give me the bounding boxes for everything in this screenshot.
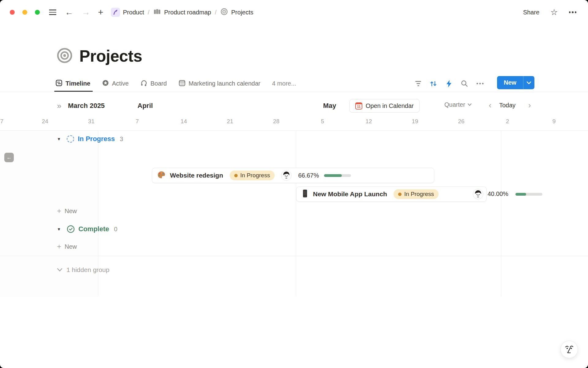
zoom-window-button[interactable] <box>35 10 40 15</box>
date-tick: 7 <box>130 118 144 125</box>
plus-icon: + <box>57 243 61 250</box>
search-icon[interactable] <box>461 80 468 87</box>
book-icon <box>153 8 161 17</box>
zoom-level-value: Quarter <box>444 101 465 108</box>
date-tick: 28 <box>270 118 283 125</box>
progress-bar <box>515 193 542 196</box>
status-badge: In Progress <box>230 171 275 180</box>
prev-period-chevron-icon[interactable]: ‹ <box>489 101 492 110</box>
page-title[interactable]: Projects <box>79 47 142 65</box>
date-tick: 31 <box>85 118 98 125</box>
open-in-calendar-button[interactable]: 11 Open in Calendar <box>349 99 420 113</box>
date-tick: 19 <box>408 118 422 125</box>
timeline-item-new-mobile-app-launch[interactable]: New Mobile App Launch In Progress <box>296 186 487 202</box>
calendar-red-icon: 11 <box>355 102 362 109</box>
scroll-left-button[interactable]: ← <box>4 153 14 162</box>
tab-board[interactable]: Board <box>140 75 167 92</box>
status-label: In Progress <box>240 172 270 179</box>
forward-arrow-icon[interactable]: → <box>82 8 90 17</box>
sort-icon[interactable] <box>429 80 437 88</box>
chevron-down-icon <box>57 268 62 272</box>
item-title: Website redesign <box>170 172 223 179</box>
month-gridline <box>501 131 501 297</box>
date-tick: 2 <box>501 118 514 125</box>
tabs-divider <box>0 92 588 92</box>
collapse-triangle-icon[interactable]: ▼ <box>57 137 64 141</box>
date-tick: 21 <box>223 118 237 125</box>
breadcrumb-label: Product <box>123 9 144 16</box>
board-cycle-icon <box>140 79 147 88</box>
sidebar-toggle-icon[interactable] <box>49 10 56 15</box>
group-header-in-progress[interactable]: ▼ In Progress 3 <box>57 135 123 143</box>
hidden-group-label: 1 hidden group <box>66 266 109 274</box>
month-label-march: March 2025 <box>68 102 105 110</box>
filter-icon[interactable] <box>415 81 421 86</box>
item-title: New Mobile App Launch <box>313 190 387 198</box>
new-page-icon[interactable]: + <box>98 8 104 17</box>
new-button[interactable]: New <box>497 76 534 89</box>
close-window-button[interactable] <box>10 10 15 15</box>
assignee-avatar <box>473 189 483 199</box>
next-period-chevron-icon[interactable]: › <box>528 101 531 110</box>
collapse-triangle-icon[interactable]: ▼ <box>57 227 64 232</box>
more-options-icon[interactable] <box>569 11 577 13</box>
tab-timeline[interactable]: Timeline <box>55 75 90 92</box>
breadcrumb-separator: / <box>148 9 149 16</box>
notion-ai-face-button[interactable] <box>560 341 578 358</box>
breadcrumb-product[interactable]: Product <box>111 8 144 17</box>
star-circle-icon <box>102 79 109 88</box>
breadcrumb-projects[interactable]: Projects <box>220 8 253 17</box>
top-bar: ← → + Product / Product roadmap / <box>0 0 588 25</box>
tab-label: 4 more... <box>272 80 296 87</box>
target-bullseye-icon[interactable] <box>57 48 73 65</box>
add-new-label: New <box>65 208 77 215</box>
month-label-may: May <box>323 102 336 110</box>
minimize-window-button[interactable] <box>22 10 27 15</box>
tab-marketing-launch-calendar[interactable]: Marketing launch calendar <box>179 75 261 92</box>
section-divider <box>0 256 588 256</box>
group-name: Complete <box>78 225 109 233</box>
zoom-level-select[interactable]: Quarter <box>444 101 472 108</box>
group-count: 3 <box>120 136 123 143</box>
chevron-down-icon <box>468 103 472 106</box>
expand-past-months-icon[interactable]: » <box>57 101 61 111</box>
status-badge: In Progress <box>394 189 439 199</box>
back-arrow-icon[interactable]: ← <box>65 8 73 17</box>
date-tick: 26 <box>454 118 468 125</box>
lightning-icon[interactable] <box>446 80 452 88</box>
date-tick: 14 <box>177 118 190 125</box>
timeline-item-website-redesign[interactable]: Website redesign In Progress 66.67% <box>152 168 434 183</box>
favorite-star-icon[interactable]: ☆ <box>550 8 558 17</box>
tab-active[interactable]: Active <box>102 75 129 92</box>
top-bar-actions: Share ☆ <box>523 8 588 17</box>
new-button-label: New <box>497 79 523 86</box>
open-in-calendar-label: Open in Calendar <box>366 102 414 109</box>
add-new-item-button[interactable]: + New <box>57 243 77 250</box>
progress-percent: 66.67% <box>298 172 319 179</box>
group-count: 0 <box>114 226 117 233</box>
status-label: In Progress <box>404 191 434 197</box>
target-icon <box>220 8 228 17</box>
month-label-april: April <box>138 102 153 110</box>
add-new-item-button[interactable]: + New <box>57 207 77 215</box>
breadcrumb-product-roadmap[interactable]: Product roadmap <box>153 8 211 17</box>
timeline-view-icon <box>55 79 62 88</box>
plus-icon: + <box>57 207 61 215</box>
breadcrumb-label: Projects <box>231 9 253 16</box>
hidden-group-toggle[interactable]: 1 hidden group <box>57 266 109 274</box>
ai-face-icon <box>564 344 574 355</box>
tab-label: Active <box>112 80 129 87</box>
view-toolbar <box>415 75 484 92</box>
tab-label: Board <box>150 80 167 87</box>
group-header-complete[interactable]: ▼ Complete 0 <box>57 225 117 233</box>
assignee-avatar <box>281 170 292 181</box>
window-controls <box>10 10 40 15</box>
breadcrumb-separator: / <box>215 9 217 16</box>
month-gridline <box>296 131 296 297</box>
chevron-down-icon[interactable] <box>523 81 534 84</box>
share-button[interactable]: Share <box>523 9 539 16</box>
tabs-more-button[interactable]: 4 more... <box>272 75 296 92</box>
today-button[interactable]: Today <box>499 102 515 109</box>
progress-bar <box>324 174 351 177</box>
view-options-ellipsis-icon[interactable] <box>477 83 484 84</box>
